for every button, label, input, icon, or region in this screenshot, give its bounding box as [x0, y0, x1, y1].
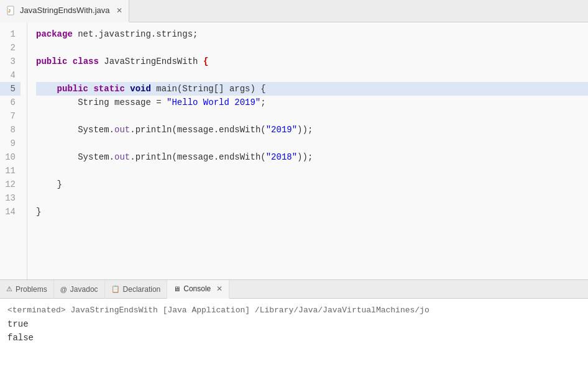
code-line: public class JavaStringEndsWith {: [36, 55, 588, 68]
editor-tab-bar: J JavaStringEndsWith.java ✕: [0, 0, 588, 22]
line-number: 9: [0, 137, 21, 150]
line-numbers: 1234567891011121314: [0, 22, 27, 279]
line-number: 4: [0, 68, 21, 82]
svg-text:J: J: [8, 9, 11, 13]
console-output: <terminated> JavaStringEndsWith [Java Ap…: [0, 299, 588, 385]
declaration-tab-label: Declaration: [123, 285, 161, 294]
problems-tab-icon: ⚠: [6, 285, 12, 293]
code-line: [36, 137, 588, 150]
code-content[interactable]: package net.javastring.strings; public c…: [27, 22, 588, 279]
code-line: package net.javastring.strings;: [36, 27, 588, 41]
tab-filename: JavaStringEndsWith.java: [20, 6, 110, 15]
bottom-tab-javadoc[interactable]: @Javadoc: [54, 280, 105, 299]
code-line: [36, 68, 588, 82]
line-number: 2: [0, 41, 21, 55]
code-line: String message = "Hello World 2019";: [36, 96, 588, 109]
line-number: 3: [0, 55, 21, 68]
code-line: }: [36, 178, 588, 191]
line-number: 13: [0, 191, 21, 205]
line-number: 11: [0, 164, 21, 178]
line-number: 6: [0, 96, 21, 109]
bottom-tab-problems[interactable]: ⚠Problems: [0, 280, 54, 299]
console-tab-close[interactable]: ✕: [216, 284, 223, 293]
line-number: 10: [0, 150, 21, 164]
console-tab-icon: 🖥: [173, 285, 180, 292]
code-line: [36, 191, 588, 205]
line-number: 8: [0, 123, 21, 137]
javadoc-tab-label: Javadoc: [70, 285, 98, 294]
javadoc-tab-icon: @: [60, 286, 67, 293]
bottom-panel: ⚠Problems@Javadoc📋Declaration🖥Console✕ <…: [0, 279, 588, 385]
line-number: 5: [0, 82, 21, 96]
java-file-icon: J: [6, 6, 16, 16]
problems-tab-label: Problems: [16, 285, 47, 294]
line-number: 12: [0, 178, 21, 191]
code-editor: 1234567891011121314 package net.javastri…: [0, 22, 588, 279]
code-line: }: [36, 205, 588, 219]
bottom-tab-bar: ⚠Problems@Javadoc📋Declaration🖥Console✕: [0, 280, 588, 299]
bottom-tab-console[interactable]: 🖥Console✕: [167, 280, 229, 299]
console-terminated-line: <terminated> JavaStringEndsWith [Java Ap…: [7, 304, 581, 317]
declaration-tab-icon: 📋: [111, 285, 120, 293]
console-tab-label: Console: [183, 284, 211, 293]
line-number: 7: [0, 109, 21, 123]
line-number: 1: [0, 27, 21, 41]
bottom-tab-declaration[interactable]: 📋Declaration: [105, 280, 168, 299]
code-line: public static void main(String[] args) {: [36, 82, 588, 96]
tab-close-button[interactable]: ✕: [116, 6, 122, 15]
console-output-line1: true: [7, 317, 581, 331]
line-number: 14: [0, 205, 21, 219]
console-output-line2: false: [7, 331, 581, 345]
code-line: System.out.println(message.endsWith("201…: [36, 123, 588, 137]
code-line: System.out.println(message.endsWith("201…: [36, 150, 588, 164]
code-line: [36, 41, 588, 55]
code-line: [36, 164, 588, 178]
file-tab[interactable]: J JavaStringEndsWith.java ✕: [0, 0, 129, 22]
code-line: [36, 109, 588, 123]
